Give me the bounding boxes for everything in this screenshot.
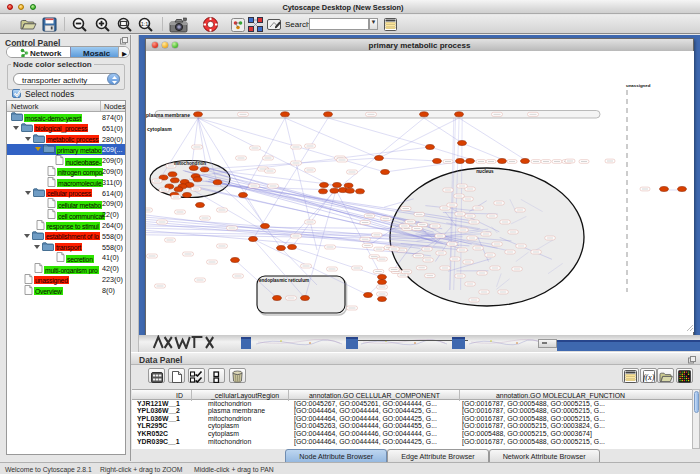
svg-text:cytoplasm: cytoplasm	[147, 126, 172, 132]
svg-text:nucleus: nucleus	[476, 169, 494, 174]
svg-text:1:1: 1:1	[141, 21, 149, 27]
svg-text:f(x): f(x)	[643, 372, 655, 382]
svg-text:unassigned: unassigned	[626, 83, 651, 88]
svg-text:mitochondrion: mitochondrion	[174, 161, 206, 166]
svg-text:plasma membrane: plasma membrane	[146, 112, 190, 118]
svg-text:endoplasmic reticulum: endoplasmic reticulum	[259, 278, 309, 283]
